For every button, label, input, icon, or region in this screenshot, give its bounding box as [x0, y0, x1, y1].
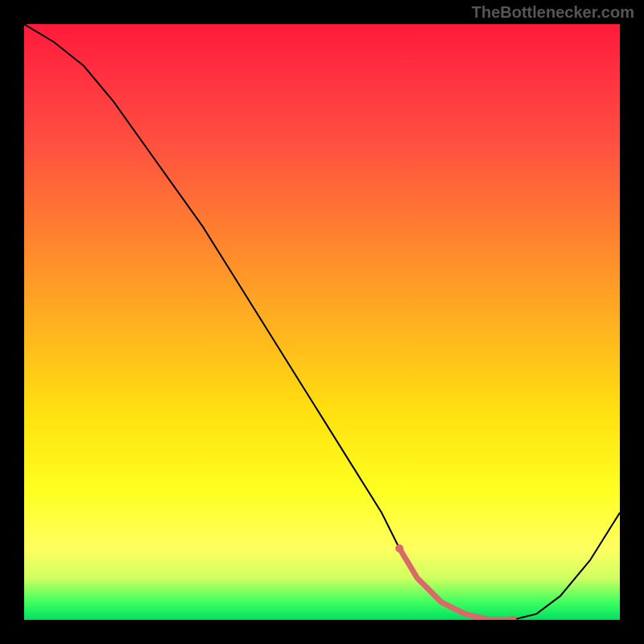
chart-curve-layer: [24, 24, 620, 620]
chart-plot-area: [24, 24, 620, 620]
bottleneck-curve: [24, 24, 620, 620]
watermark-text: TheBottlenecker.com: [472, 3, 634, 22]
marker-dot: [509, 616, 517, 620]
marker-dot: [395, 544, 403, 552]
optimal-region-marker: [399, 548, 513, 620]
